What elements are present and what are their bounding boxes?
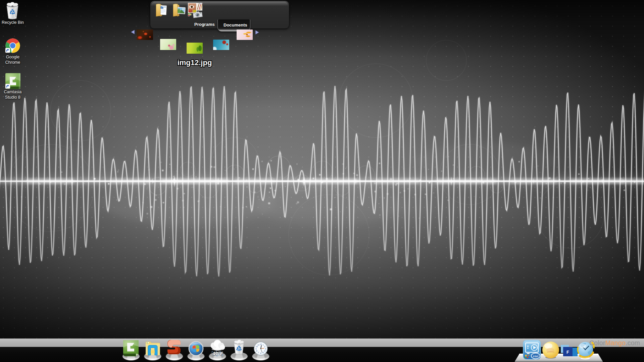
svg-text:12: 12 [260,343,262,345]
svg-text:img12.jpg: img12.jpg [178,58,212,67]
svg-text:11: 11 [257,344,260,346]
svg-text:47°F: 47°F [212,351,223,356]
svg-text:F: F [566,350,569,355]
svg-text:intel: intel [533,355,539,358]
